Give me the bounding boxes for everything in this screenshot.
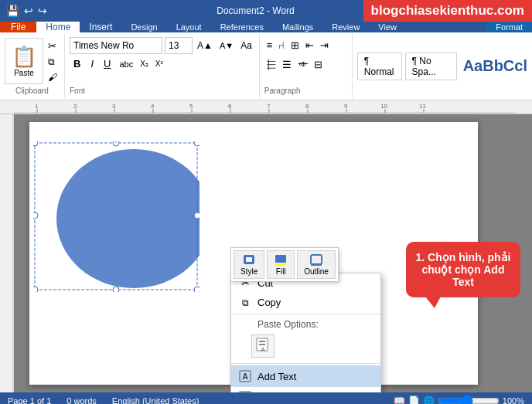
context-menu: ✂ Cut ⧉ Copy Paste Options: [230,273,381,392]
ruler-svg: 1 2 3 4 5 6 7 8 9 10 11 [14,101,517,114]
paste-button[interactable]: 📋 Paste [5,38,43,84]
bullets-button[interactable]: ≡ [264,37,275,53]
tab-design[interactable]: Design [121,22,166,32]
title-bar-left: 💾 ↩ ↪ [6,5,47,17]
tab-references[interactable]: References [211,22,273,32]
clear-format-button[interactable]: Aa [238,39,254,53]
word-count: 0 words [66,396,97,404]
svg-point-33 [33,287,38,292]
font-group: A▲ A▼ Aa B I U abc X₂ X² Font [65,34,260,98]
svg-point-32 [194,212,200,219]
numbering-button[interactable]: ⑁ [276,37,287,53]
ribbon-tabs: File Home Insert Design Layout Reference… [0,22,532,32]
decrease-indent-button[interactable]: ⇤ [303,37,316,53]
svg-point-28 [33,141,38,146]
strikethrough-button[interactable]: abc [117,58,135,70]
underline-button[interactable]: U [100,56,114,71]
svg-rect-50 [240,392,251,392]
style-no-spacing[interactable]: ¶ No Spa... [405,53,457,80]
paste-options-label: Paste Options: [257,319,319,330]
superscript-button[interactable]: X² [153,58,165,70]
horizontal-ruler: 1 2 3 4 5 6 7 8 9 10 11 [0,100,532,114]
svg-text:8: 8 [305,103,309,110]
cut-button[interactable]: ✂ [46,39,60,53]
quick-access-toolbar: 💾 ↩ ↪ [6,5,47,17]
callout-bubble: 1. Chọn hình, phải chuột chọn Add Text [406,242,520,297]
svg-text:1: 1 [35,103,39,110]
svg-rect-40 [275,255,286,263]
style-button[interactable]: Style [234,250,264,279]
multilevel-button[interactable]: ⊞ [288,37,302,53]
copy-menu-icon: ⧉ [239,297,251,308]
language: English (United States) [112,396,200,404]
align-left-button[interactable]: ⬱ [264,56,278,73]
svg-rect-39 [246,257,252,262]
justify-button[interactable]: ⊟ [312,56,325,73]
view-controls: 📖 📄 🌐 100% [394,395,524,404]
menu-separator-2 [231,363,380,364]
tab-insert[interactable]: Insert [80,22,121,32]
menu-item-edit-points[interactable]: Edit Points [231,387,380,392]
svg-point-31 [33,212,38,219]
style-normal[interactable]: ¶ Normal [357,53,402,80]
undo-icon[interactable]: ↩ [24,5,33,17]
redo-icon[interactable]: ↪ [38,5,47,17]
svg-rect-46 [259,344,265,345]
copy-button[interactable]: ⧉ [46,55,60,69]
increase-indent-button[interactable]: ⇥ [318,37,331,53]
tab-layout[interactable]: Layout [167,22,211,32]
svg-rect-45 [259,341,265,342]
zoom-slider[interactable] [438,395,500,404]
svg-text:7: 7 [267,103,271,110]
paste-keep-source[interactable]: A [251,334,275,358]
paste-icon: 📋 [12,45,36,69]
svg-text:2: 2 [73,103,77,110]
style-label: Style [240,267,257,276]
paragraph-label: Paragraph [264,87,347,95]
edit-points-label: Edit Points [257,392,305,393]
tab-home[interactable]: Home [36,22,80,32]
font-size-input[interactable] [165,37,193,54]
save-icon[interactable]: 💾 [6,5,19,17]
outline-button[interactable]: Outline [297,250,336,279]
shape-svg [33,141,200,292]
align-center-button[interactable]: ☰ [280,56,294,73]
menu-separator-1 [231,314,380,314]
tab-file[interactable]: File [0,22,36,32]
italic-button[interactable]: I [87,56,97,71]
page-count: Page 1 of 1 [8,396,51,404]
svg-rect-42 [311,255,322,264]
fill-button[interactable]: Fill [267,250,295,279]
subscript-button[interactable]: X₂ [138,58,151,70]
svg-rect-0 [14,101,517,114]
bold-button[interactable]: B [70,56,84,71]
paragraph-group: ≡ ⑁ ⊞ ⇤ ⇥ ⬱ ☰ ⬲ ⊟ Paragraph [260,34,353,98]
svg-point-35 [194,287,200,292]
increase-font-button[interactable]: A▲ [195,39,215,53]
align-right-button[interactable]: ⬲ [295,56,310,73]
font-name-input[interactable] [70,37,162,54]
view-web-button[interactable]: 🌐 [423,396,435,404]
view-print-button[interactable]: 📄 [408,396,420,404]
copy-menu-label: Copy [257,297,281,308]
edit-points-icon [239,391,251,392]
view-read-button[interactable]: 📖 [394,396,405,404]
zoom-level: 100% [503,396,524,404]
vertical-ruler [0,114,14,392]
svg-text:11: 11 [419,103,426,110]
tab-view[interactable]: View [369,22,406,32]
svg-text:3: 3 [112,103,116,110]
shape-container[interactable] [33,141,200,294]
tab-review[interactable]: Review [322,22,369,32]
menu-item-add-text[interactable]: A Add Text [231,365,380,387]
menu-item-copy[interactable]: ⧉ Copy [231,293,380,312]
font-label: Font [70,87,254,95]
paste-options-icons: A [231,333,380,362]
svg-text:10: 10 [380,103,387,110]
status-bar: Page 1 of 1 0 words English (United Stat… [0,392,532,404]
format-painter-button[interactable]: 🖌 [46,70,60,84]
decrease-font-button[interactable]: A▼ [217,39,236,52]
tab-mailings[interactable]: Mailings [273,22,322,32]
clipboard-group: 📋 Paste ✂ ⧉ 🖌 Clipboard [0,34,65,98]
format-tab[interactable]: Format [486,22,532,32]
